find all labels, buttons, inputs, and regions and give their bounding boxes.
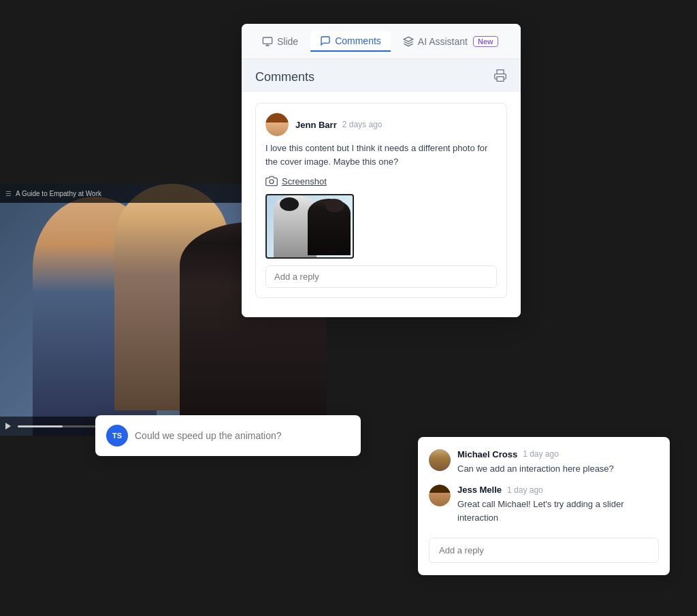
comments-body: Jenn Barr 2 days ago I love this content… [242,92,521,317]
thread-comment-jess: Jess Melle 1 day ago Great call Michael!… [429,485,659,524]
slide-title: A Guide to Empathy at Work [16,190,101,197]
comment-time-1: 2 days ago [342,120,383,129]
tab-comments-label: Comments [335,35,381,46]
thread-text-michael: Can we add an interaction here please? [457,462,659,476]
svg-rect-1 [497,77,504,82]
tab-slide-label: Slide [277,36,298,47]
animation-comment-input[interactable] [135,430,350,441]
reply-input-1[interactable] [265,265,497,288]
avatar-jess [429,485,451,506]
comments-icon [320,35,331,46]
floating-comment-input: TS [95,415,361,456]
thread-meta-jess: Jess Melle 1 day ago [457,485,659,495]
svg-point-2 [270,180,274,184]
avatar-michael [429,449,451,471]
play-button[interactable] [5,423,12,429]
slide-menu-icon: ☰ [5,190,12,197]
avatar-jenn [265,113,289,136]
comment-meta-1: Jenn Barr 2 days ago [295,120,382,130]
comment-card-1: Jenn Barr 2 days ago I love this content… [255,103,507,298]
comment-header-1: Jenn Barr 2 days ago [265,113,497,136]
thread-comment-michael-content: Michael Cross 1 day ago Can we add an in… [457,449,659,476]
screenshot-label: Screenshot [282,176,327,187]
ai-icon [403,36,414,47]
screenshot-preview [265,194,354,259]
tab-ai-assistant[interactable]: AI Assistant New [393,32,508,51]
panel-header: Comments [242,59,521,92]
panel-tabs: Slide Comments AI Assistant New [242,24,521,59]
thread-comment-michael: Michael Cross 1 day ago Can we add an in… [429,449,659,476]
screenshot-link[interactable]: Screenshot [265,175,497,187]
print-icon[interactable] [493,69,507,85]
thread-meta-michael: Michael Cross 1 day ago [457,449,659,459]
svg-rect-0 [263,37,272,44]
comment-author-1: Jenn Barr [295,120,337,130]
thread-time-jess: 1 day ago [507,485,543,495]
thread-comment-jess-content: Jess Melle 1 day ago Great call Michael!… [457,485,659,524]
thread-author-jess: Jess Melle [457,485,502,495]
thread-author-michael: Michael Cross [457,449,517,459]
slide-icon [262,36,273,47]
panel-title: Comments [255,70,314,84]
tab-slide[interactable]: Slide [253,32,308,51]
avatar-ts: TS [106,425,128,447]
tab-comments[interactable]: Comments [310,31,391,52]
thread-time-michael: 1 day ago [523,449,559,459]
comment-thread-floating: Michael Cross 1 day ago Can we add an in… [418,437,670,576]
thread-text-jess: Great call Michael! Let's try adding a s… [457,498,659,524]
screenshot-icon [265,175,278,187]
comment-text-1: I love this content but I think it needs… [265,142,497,168]
comments-panel: Slide Comments AI Assistant New Comments [242,24,521,317]
tab-ai-label: AI Assistant [418,36,468,47]
thread-reply-input[interactable] [429,538,659,563]
new-badge: New [473,36,498,47]
